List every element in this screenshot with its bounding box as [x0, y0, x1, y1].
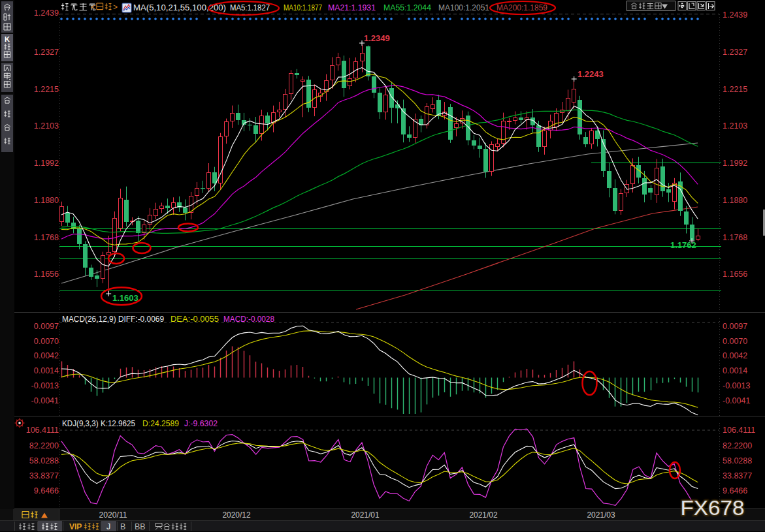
svg-text:1.2327: 1.2327: [34, 48, 59, 57]
svg-text:106.4111: 106.4111: [723, 426, 755, 435]
svg-text:9.6466: 9.6466: [723, 486, 747, 495]
svg-text:J: J: [106, 522, 110, 531]
svg-text:-0.0041: -0.0041: [723, 396, 750, 405]
svg-text:1.1880: 1.1880: [34, 196, 59, 205]
svg-text:0.0070: 0.0070: [723, 337, 747, 346]
svg-text:1.2243: 1.2243: [578, 69, 604, 79]
svg-text:2021/03: 2021/03: [587, 510, 615, 520]
svg-text:1.1603: 1.1603: [112, 293, 138, 303]
svg-text:9.6466: 9.6466: [34, 486, 59, 495]
svg-text:106.4111: 106.4111: [26, 426, 59, 435]
svg-text:1.2215: 1.2215: [723, 85, 747, 94]
svg-text:1.2439: 1.2439: [723, 10, 747, 20]
svg-text:58.0288: 58.0288: [723, 456, 752, 465]
svg-text:1.1768: 1.1768: [34, 233, 59, 242]
svg-text:1.2439: 1.2439: [34, 8, 59, 18]
svg-text:2020/12: 2020/12: [223, 510, 251, 520]
svg-text:1.2327: 1.2327: [723, 48, 747, 57]
svg-text:MA200:1.1859: MA200:1.1859: [496, 3, 547, 12]
svg-text:<: <: [91, 3, 95, 12]
svg-text:0.0014: 0.0014: [34, 366, 59, 375]
svg-text:1.1992: 1.1992: [34, 159, 59, 168]
svg-text:0.0097: 0.0097: [723, 322, 747, 331]
svg-text:>: >: [113, 3, 118, 12]
svg-text:0.0014: 0.0014: [723, 366, 747, 375]
svg-text:1.1768: 1.1768: [723, 233, 747, 242]
svg-text:MA10:1.1877: MA10:1.1877: [284, 3, 322, 12]
svg-text:VIP: VIP: [69, 522, 82, 531]
svg-text:0.0070: 0.0070: [34, 337, 59, 346]
svg-text:82.2200: 82.2200: [723, 441, 752, 450]
svg-text:D:24.2589: D:24.2589: [142, 419, 179, 428]
svg-text:1.2215: 1.2215: [34, 85, 59, 94]
svg-text:KDJ(9,3,3) K:12.9625: KDJ(9,3,3) K:12.9625: [62, 419, 135, 428]
svg-text:1.1762: 1.1762: [670, 240, 696, 250]
svg-text:1.2349: 1.2349: [364, 33, 390, 43]
svg-text:0.0042: 0.0042: [723, 351, 747, 360]
svg-text:MA21:1.1931: MA21:1.1931: [328, 3, 376, 12]
svg-text:MA55:1.2044: MA55:1.2044: [383, 3, 431, 12]
svg-text:33.8377: 33.8377: [723, 471, 752, 480]
svg-text:1.1880: 1.1880: [723, 196, 747, 205]
svg-text:82.2200: 82.2200: [29, 441, 59, 450]
svg-text:FX678: FX678: [681, 497, 745, 520]
svg-text:-0.0013: -0.0013: [723, 381, 750, 390]
svg-text:2020/11: 2020/11: [99, 510, 127, 520]
svg-text:0.0042: 0.0042: [34, 351, 59, 360]
svg-text:1.1656: 1.1656: [723, 270, 747, 279]
svg-text:MA5:1.1827: MA5:1.1827: [230, 3, 270, 12]
svg-text:B: B: [120, 522, 125, 531]
svg-text:1.1992: 1.1992: [723, 159, 747, 168]
svg-text:1.2103: 1.2103: [723, 121, 747, 131]
svg-text:MA100:1.2051: MA100:1.2051: [438, 3, 489, 12]
svg-text:DEA:-0.0055: DEA:-0.0055: [171, 315, 219, 324]
svg-text:MACD(26,12,9) DIFF:-0.0069: MACD(26,12,9) DIFF:-0.0069: [62, 315, 164, 324]
svg-text:0.0097: 0.0097: [34, 322, 59, 331]
svg-text:BB: BB: [135, 522, 146, 531]
svg-text:33.8377: 33.8377: [29, 471, 59, 480]
svg-text:1.1656: 1.1656: [34, 270, 59, 279]
svg-text:2021/02: 2021/02: [470, 510, 498, 520]
svg-text:K: K: [5, 35, 10, 43]
svg-text:-0.0041: -0.0041: [31, 396, 59, 405]
svg-text:58.0288: 58.0288: [29, 456, 59, 465]
svg-text:-0.0013: -0.0013: [31, 381, 59, 390]
svg-text:J:-9.6302: J:-9.6302: [184, 419, 218, 428]
svg-text:MACD:-0.0028: MACD:-0.0028: [223, 315, 274, 324]
svg-text:2021/01: 2021/01: [351, 510, 380, 520]
svg-text:1.2103: 1.2103: [34, 121, 59, 131]
